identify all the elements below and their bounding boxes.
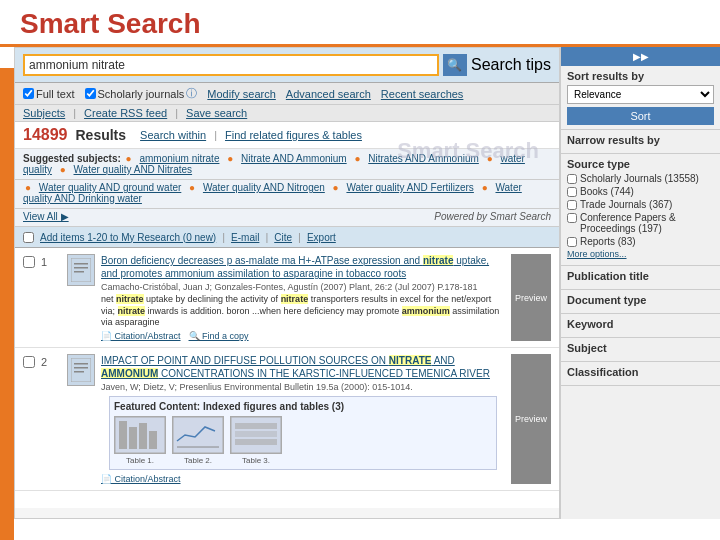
conference-label: Conference Papers & Proceedings (197) [580,212,714,234]
results-count: 14899 [23,126,68,144]
rss-link[interactable]: Create RSS feed [84,107,167,119]
fulltext-checkbox[interactable] [23,88,34,99]
save-search-link[interactable]: Save search [186,107,247,119]
featured-image-3: Table 3. [230,416,282,465]
result-2-title[interactable]: IMPACT OF POINT AND DIFFUSE POLLUTION SO… [101,354,505,380]
result-1-copy-link[interactable]: 🔍 Find a copy [189,331,249,341]
subject-link-1[interactable]: ammonium nitrate [139,153,219,164]
featured-thumb-2[interactable] [172,416,224,454]
results-list: 1 Boron deficiency decreases p as-malate… [15,248,559,508]
recent-searches-link[interactable]: Recent searches [381,88,464,100]
subjects-link[interactable]: Subjects [23,107,65,119]
svg-rect-11 [139,423,147,449]
title-area: Smart Search [0,0,720,47]
trade-journals-checkbox[interactable] [567,200,577,210]
search-icon: 🔍 [447,58,462,72]
scholarly-checkbox[interactable] [85,88,96,99]
results-count-bar: 14899 Results Search within | Find relat… [15,122,559,149]
result-2-checkbox[interactable] [23,356,35,368]
bullet5: ● [60,164,66,175]
select-all-checkbox[interactable] [23,232,34,243]
figures-tables-link[interactable]: Find related figures & tables [225,129,362,141]
source-reports: Reports (83) [567,236,714,247]
suggested-subjects-row2: ● Water quality AND ground water ● Water… [15,180,559,209]
result-2-citation-link[interactable]: 📄 Citation/Abstract [101,474,181,484]
export-button[interactable]: Export [307,232,336,243]
subject-link-7[interactable]: Water quality AND Nitrogen [203,182,325,193]
subject-link-3[interactable]: Nitrates AND Ammonium [368,153,479,164]
svg-rect-7 [74,371,84,373]
main-content: Smart Search 🔍 Search tips Full text Sch… [14,47,720,519]
sidebar-expand-button[interactable]: ▶▶ [561,47,720,66]
sort-button[interactable]: Sort [567,107,714,125]
result-1-authors: Camacho-Cristóbal, Juan J; Gonzales-Font… [101,282,505,292]
results-panel: Smart Search 🔍 Search tips Full text Sch… [14,47,560,519]
featured-content: Featured Content: Indexed figures and ta… [109,396,497,470]
svg-rect-2 [74,267,88,269]
advanced-search-link[interactable]: Advanced search [286,88,371,100]
featured-content-images: Table 1. Table 2. [114,416,492,465]
modify-search-link[interactable]: Modify search [207,88,275,100]
reports-checkbox[interactable] [567,237,577,247]
search-button[interactable]: 🔍 [443,54,467,76]
subject-section: Subject [561,338,720,362]
result-1-citation-link[interactable]: 📄 Citation/Abstract [101,331,181,341]
svg-rect-5 [74,363,88,365]
sort-section: Sort results by Relevance Date Author Ti… [561,66,720,130]
result-1-title[interactable]: Boron deficiency decreases p as-malate m… [101,254,505,280]
subject-link-5[interactable]: Water quality AND Nitrates [74,164,193,175]
subject-link-6[interactable]: Water quality AND ground water [39,182,181,193]
scholarly-journals-label: Scholarly Journals (13558) [580,173,699,184]
sort-select[interactable]: Relevance Date Author Title [567,85,714,104]
featured-caption-2: Table 2. [184,456,212,465]
result-1-checkbox[interactable] [23,256,35,268]
scholarly-label: Scholarly journals [98,88,185,100]
doc-type-label: Document type [567,294,714,306]
subject-link-8[interactable]: Water quality AND Fertilizers [346,182,473,193]
result-2-authors: Javen, W; Dietz, V; Presenlius Environme… [101,382,505,392]
result-1-abstract: net nitrate uptake by declining the acti… [101,294,505,329]
featured-caption-1: Table 1. [126,456,154,465]
powered-by-bar: View All ▶ Powered by Smart Search [15,209,559,227]
books-checkbox[interactable] [567,187,577,197]
view-all-link[interactable]: View All ▶ [23,211,69,222]
featured-thumb-3[interactable] [230,416,282,454]
email-button[interactable]: E-mail [231,232,259,243]
subject-link-2[interactable]: Nitrate AND Ammonium [241,153,347,164]
bullet2: ● [227,153,233,164]
search-within-link[interactable]: Search within [140,129,206,141]
conference-checkbox[interactable] [567,213,577,223]
table-row: 2 IMPACT OF POINT AND DIFFUSE POLLUTION … [15,348,559,491]
more-options-item: More options... [567,249,714,259]
info-icon: ⓘ [186,86,197,101]
narrow-by-label: Narrow results by [567,134,714,146]
separator2: | [175,107,178,119]
act-sep2: | [265,231,268,243]
result-1-preview-button[interactable]: Preview [511,254,551,341]
search-bar: 🔍 Search tips [15,48,559,83]
fulltext-label: Full text [36,88,75,100]
search-tips-link[interactable]: Search tips [471,56,551,74]
scholarly-option: Scholarly journals ⓘ [85,86,198,101]
classification-label: Classification [567,366,714,378]
reports-label: Reports (83) [580,236,636,247]
bullet7: ● [189,182,195,193]
result-2-content: IMPACT OF POINT AND DIFFUSE POLLUTION SO… [101,354,505,484]
featured-thumb-1[interactable] [114,416,166,454]
scholarly-journals-checkbox[interactable] [567,174,577,184]
table-row: 1 Boron deficiency decreases p as-malate… [15,248,559,348]
bullet1: ● [126,153,132,164]
search-input[interactable] [23,54,439,76]
pub-title-section: Publication title [561,266,720,290]
result-2-preview-button[interactable]: Preview [511,354,551,484]
svg-rect-0 [71,258,91,282]
add-to-research-button[interactable]: Add items 1-20 to My Research (0 new) [40,232,216,243]
page-title: Smart Search [20,8,700,40]
featured-content-title: Featured Content: Indexed figures and ta… [114,401,492,412]
more-options-link[interactable]: More options... [567,249,627,259]
cite-button[interactable]: Cite [274,232,292,243]
keyword-section: Keyword [561,314,720,338]
classification-section: Classification [561,362,720,386]
svg-rect-6 [74,367,88,369]
pub-title-label: Publication title [567,270,714,282]
